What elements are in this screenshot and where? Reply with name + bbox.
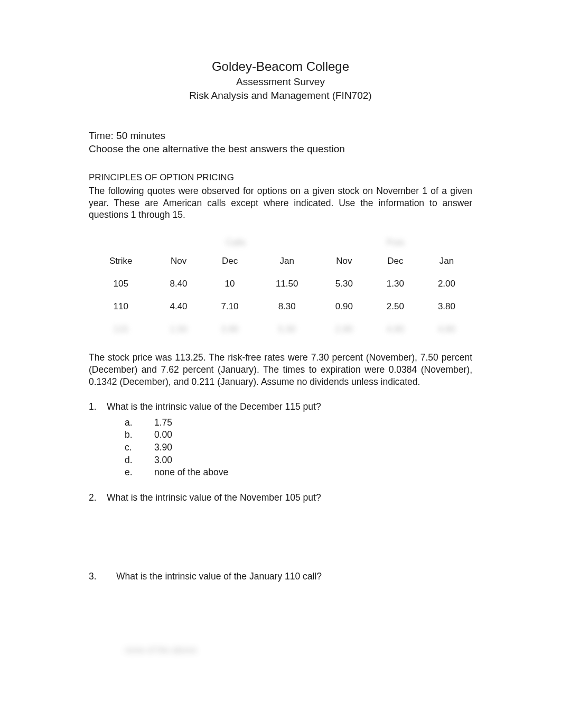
question-text: What is the intrinsic value of the Janua… [116, 570, 472, 583]
calls-header: Calls [153, 232, 319, 253]
col-dec2: Dec [370, 253, 421, 273]
question-number: 2. [89, 492, 107, 504]
question-number: 1. [89, 401, 107, 413]
document-header: Goldey-Beacom College Assessment Survey … [89, 58, 472, 103]
col-nov: Nov [153, 253, 204, 273]
option-d: d.3.00 [125, 454, 472, 467]
section-intro: The following quotes were observed for o… [89, 185, 472, 221]
option-c: c.3.90 [125, 441, 472, 454]
table-column-headers: Strike Nov Dec Jan Nov Dec Jan [89, 253, 472, 273]
question-3: 3. What is the intrinsic value of the Ja… [89, 570, 472, 583]
table-row: 110 4.40 7.10 8.30 0.90 2.50 3.80 [89, 296, 472, 318]
col-jan2: Jan [421, 253, 472, 273]
option-b: b.0.00 [125, 429, 472, 441]
instructions-block: Time: 50 minutes Choose the one alternat… [89, 129, 472, 156]
col-jan: Jan [256, 253, 319, 273]
table-group-header: Calls Puts [89, 232, 472, 253]
option-e: e.none of the above [125, 466, 472, 479]
question-1-options: a.1.75 b.0.00 c.3.90 d.3.00 e.none of th… [125, 417, 472, 479]
course-name: Risk Analysis and Management (FIN702) [89, 89, 472, 103]
question-number: 3. [89, 570, 116, 583]
choose-instruction: Choose the one alternative the best answ… [89, 142, 472, 156]
question-text: What is the intrinsic value of the Novem… [107, 492, 472, 504]
blurred-text: none of the above [125, 644, 472, 657]
col-dec: Dec [204, 253, 256, 273]
table-row: 115 1.50 3.90 5.30 2.80 4.80 4.80 [89, 318, 472, 341]
col-nov2: Nov [319, 253, 370, 273]
option-a: a.1.75 [125, 417, 472, 429]
question-1: 1. What is the intrinsic value of the De… [89, 401, 472, 413]
section-heading: PRINCIPLES OF OPTION PRICING [89, 172, 472, 184]
question-2: 2. What is the intrinsic value of the No… [89, 492, 472, 504]
col-strike: Strike [89, 253, 153, 273]
time-limit: Time: 50 minutes [89, 129, 472, 143]
options-price-table: Calls Puts Strike Nov Dec Jan Nov Dec Ja… [89, 232, 472, 341]
stock-info-text: The stock price was 113.25. The risk-fre… [89, 352, 472, 388]
doc-subtitle: Assessment Survey [89, 75, 472, 89]
table-row: 105 8.40 10 11.50 5.30 1.30 2.00 [89, 273, 472, 296]
college-title: Goldey-Beacom College [89, 58, 472, 75]
question-text: What is the intrinsic value of the Decem… [107, 401, 472, 413]
puts-header: Puts [319, 232, 472, 253]
